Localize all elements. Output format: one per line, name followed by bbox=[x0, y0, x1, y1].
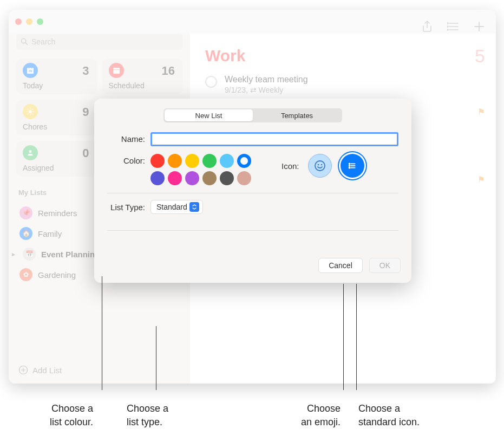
svg-point-26 bbox=[315, 161, 325, 171]
name-input[interactable] bbox=[150, 132, 398, 146]
list-type-label: List Type: bbox=[107, 203, 145, 212]
color-swatch[interactable] bbox=[185, 171, 199, 185]
callout-line bbox=[343, 284, 344, 390]
icon-label: Icon: bbox=[282, 161, 299, 171]
color-label: Color: bbox=[107, 154, 145, 165]
list-type-value: Standard bbox=[156, 203, 187, 211]
svg-point-35 bbox=[349, 167, 350, 168]
name-label: Name: bbox=[107, 132, 145, 144]
callout-line bbox=[102, 276, 102, 390]
color-swatch[interactable] bbox=[168, 154, 182, 168]
callout-line bbox=[156, 326, 156, 390]
ok-button[interactable]: OK bbox=[369, 258, 401, 273]
color-swatch[interactable] bbox=[220, 154, 234, 168]
color-swatch[interactable] bbox=[202, 171, 217, 185]
callout-emoji: Choose an emoji. bbox=[301, 402, 341, 428]
color-swatch[interactable] bbox=[237, 171, 251, 185]
callout-color: Choose a list colour. bbox=[50, 402, 93, 428]
color-swatch[interactable] bbox=[220, 171, 234, 185]
color-swatch[interactable] bbox=[168, 171, 182, 185]
svg-point-27 bbox=[317, 164, 319, 166]
svg-point-33 bbox=[349, 163, 350, 164]
callout-icon: Choose a standard icon. bbox=[358, 402, 420, 428]
chevron-updown-icon bbox=[189, 202, 199, 212]
color-swatch[interactable] bbox=[237, 154, 251, 168]
color-picker bbox=[150, 154, 251, 185]
segmented-control[interactable]: New List Templates bbox=[163, 108, 342, 122]
callout-line bbox=[356, 284, 357, 390]
new-list-dialog: New List Templates Name: Color: Icon: Li… bbox=[94, 99, 411, 283]
color-swatch[interactable] bbox=[150, 154, 165, 168]
color-swatch[interactable] bbox=[150, 171, 165, 185]
callout-type: Choose a list type. bbox=[127, 402, 168, 428]
color-swatch[interactable] bbox=[202, 154, 217, 168]
tab-templates[interactable]: Templates bbox=[253, 109, 341, 121]
standard-icon-button[interactable] bbox=[341, 154, 364, 178]
svg-point-34 bbox=[349, 165, 350, 166]
svg-point-28 bbox=[320, 164, 322, 166]
tab-new-list[interactable]: New List bbox=[165, 109, 253, 121]
list-type-select[interactable]: Standard bbox=[150, 200, 203, 214]
cancel-button[interactable]: Cancel bbox=[318, 258, 363, 273]
color-swatch[interactable] bbox=[185, 154, 199, 168]
emoji-picker-button[interactable] bbox=[308, 154, 332, 178]
